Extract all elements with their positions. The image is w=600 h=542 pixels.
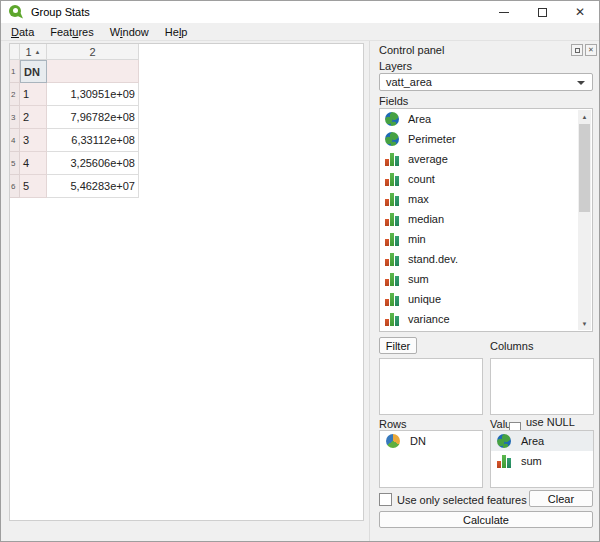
table-corner[interactable] <box>10 44 20 60</box>
clear-button[interactable]: Clear <box>529 490 593 507</box>
value-item-sum[interactable]: sum <box>491 451 593 471</box>
value-cell[interactable]: 3,25606e+08 <box>47 152 139 175</box>
row-header[interactable]: 5 <box>10 152 20 175</box>
field-item-median[interactable]: median <box>380 209 592 229</box>
bar-chart-icon <box>385 292 399 306</box>
calculate-button[interactable]: Calculate <box>379 511 593 528</box>
bar-chart-icon <box>385 272 399 286</box>
bar-chart-icon <box>385 212 399 226</box>
row-header[interactable]: 4 <box>10 129 20 152</box>
title-bar: Group Stats ✕ <box>1 1 599 23</box>
table-header-row: 1 ▲ 2 <box>10 44 363 60</box>
qgis-logo-icon <box>9 5 24 20</box>
value-cell[interactable]: 7,96782e+08 <box>47 106 139 129</box>
rows-label: Rows <box>379 418 407 430</box>
field-item-perimeter[interactable]: Perimeter <box>380 129 592 149</box>
value-item-area[interactable]: Area <box>491 431 593 451</box>
column-header-2[interactable]: 2 <box>47 44 139 60</box>
checkbox-icon[interactable] <box>379 493 392 506</box>
bar-chart-icon <box>497 454 511 468</box>
value-cell[interactable]: 1,30951e+09 <box>47 83 139 106</box>
value-drop-box[interactable]: Area sum <box>490 430 594 488</box>
table-row: 6 5 5,46283e+07 <box>10 175 363 198</box>
key-cell[interactable]: 1 <box>20 83 47 106</box>
field-item-unique[interactable]: unique <box>380 289 592 309</box>
filter-drop-box[interactable] <box>379 358 483 415</box>
globe-icon <box>497 434 511 448</box>
close-icon: ✕ <box>588 46 594 54</box>
use-only-selected-features-checkbox[interactable]: Use only selected features <box>379 493 527 506</box>
row-header[interactable]: 1 <box>10 60 20 83</box>
field-item-max[interactable]: max <box>380 189 592 209</box>
value-cell[interactable]: 5,46283e+07 <box>47 175 139 198</box>
key-cell[interactable]: 2 <box>20 106 47 129</box>
float-icon <box>575 48 580 53</box>
scroll-up-icon[interactable]: ▲ <box>578 110 591 123</box>
scrollbar-thumb[interactable] <box>579 124 590 212</box>
field-item-stand-dev[interactable]: stand.dev. <box>380 249 592 269</box>
field-item-count[interactable]: count <box>380 169 592 189</box>
bar-chart-icon <box>385 192 399 206</box>
control-panel: Control panel ✕ Layers vatt_area Fields … <box>369 41 600 542</box>
minimize-button[interactable] <box>485 1 523 23</box>
close-icon: ✕ <box>575 6 585 18</box>
table-row: 2 1 1,30951e+09 <box>10 83 363 106</box>
control-panel-title: Control panel <box>379 44 444 56</box>
float-panel-button[interactable] <box>571 44 583 56</box>
table-row: 1 DN <box>10 60 363 83</box>
layers-label: Layers <box>379 60 412 72</box>
value-cell[interactable]: 6,33112e+08 <box>47 129 139 152</box>
fields-label: Fields <box>379 95 408 107</box>
value-cell[interactable] <box>47 60 139 83</box>
field-item-min[interactable]: min <box>380 229 592 249</box>
row-header[interactable]: 2 <box>10 83 20 106</box>
bar-chart-icon <box>385 172 399 186</box>
rows-item-dn[interactable]: DN <box>380 431 482 451</box>
columns-label: Columns <box>490 340 533 352</box>
menu-window[interactable]: Window <box>102 24 157 40</box>
sort-ascending-icon: ▲ <box>35 49 41 55</box>
globe-icon <box>385 112 399 126</box>
close-panel-button[interactable]: ✕ <box>585 44 597 56</box>
bar-chart-icon <box>385 252 399 266</box>
rows-drop-box[interactable]: DN <box>379 430 483 488</box>
pie-chart-icon <box>386 434 400 448</box>
bar-chart-icon <box>385 312 399 326</box>
row-header[interactable]: 3 <box>10 106 20 129</box>
key-cell[interactable]: 4 <box>20 152 47 175</box>
fields-scrollbar[interactable]: ▲ ▼ <box>578 110 591 330</box>
field-item-variance[interactable]: variance <box>380 309 592 329</box>
fields-list: Area Perimeter average count max median … <box>379 108 593 332</box>
columns-drop-box[interactable] <box>490 358 594 415</box>
minimize-icon <box>499 12 509 13</box>
close-button[interactable]: ✕ <box>561 1 599 23</box>
row-field-cell[interactable]: DN <box>20 60 47 83</box>
menu-data[interactable]: Data <box>3 24 42 40</box>
field-item-area[interactable]: Area <box>380 109 592 129</box>
layer-select[interactable]: vatt_area <box>379 73 593 91</box>
table-row: 4 3 6,33112e+08 <box>10 129 363 152</box>
menu-bar: Data Features Window Help <box>1 23 599 41</box>
field-item-average[interactable]: average <box>380 149 592 169</box>
key-cell[interactable]: 3 <box>20 129 47 152</box>
chevron-down-icon <box>577 81 585 85</box>
window-title: Group Stats <box>31 6 90 18</box>
table-row: 5 4 3,25606e+08 <box>10 152 363 175</box>
row-header[interactable]: 6 <box>10 175 20 198</box>
window-controls: ✕ <box>485 1 599 23</box>
bar-chart-icon <box>385 232 399 246</box>
globe-icon <box>385 132 399 146</box>
maximize-button[interactable] <box>523 1 561 23</box>
filter-button[interactable]: Filter <box>379 337 417 354</box>
menu-features[interactable]: Features <box>42 24 101 40</box>
column-header-1[interactable]: 1 ▲ <box>20 44 47 60</box>
field-item-sum[interactable]: sum <box>380 269 592 289</box>
maximize-icon <box>538 8 547 17</box>
menu-help[interactable]: Help <box>157 24 196 40</box>
key-cell[interactable]: 5 <box>20 175 47 198</box>
table-row: 3 2 7,96782e+08 <box>10 106 363 129</box>
scroll-down-icon[interactable]: ▼ <box>578 317 591 330</box>
layer-selected-value: vatt_area <box>386 76 432 88</box>
bar-chart-icon <box>385 152 399 166</box>
stats-table: 1 ▲ 2 1 DN 2 1 1,30951e+09 3 2 7,96782e+… <box>9 43 364 521</box>
